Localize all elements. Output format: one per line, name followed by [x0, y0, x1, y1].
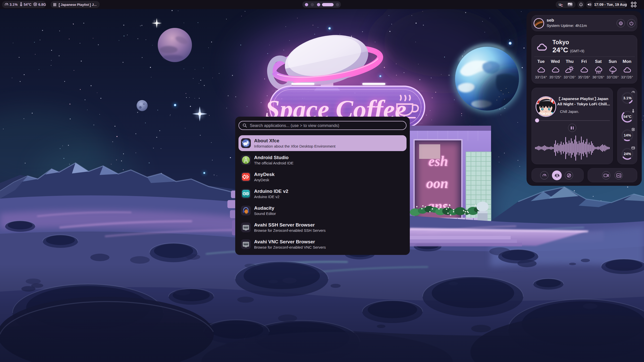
- svg-text:24%: 24%: [624, 152, 631, 156]
- svg-text:esh: esh: [428, 153, 448, 169]
- svg-text:3.1%: 3.1%: [623, 96, 631, 100]
- svg-text:oon: oon: [426, 175, 448, 191]
- svg-text:TOKYO L: TOKYO L: [539, 112, 553, 116]
- svg-text:14%: 14%: [624, 133, 631, 137]
- svg-text:54°C: 54°C: [623, 115, 632, 119]
